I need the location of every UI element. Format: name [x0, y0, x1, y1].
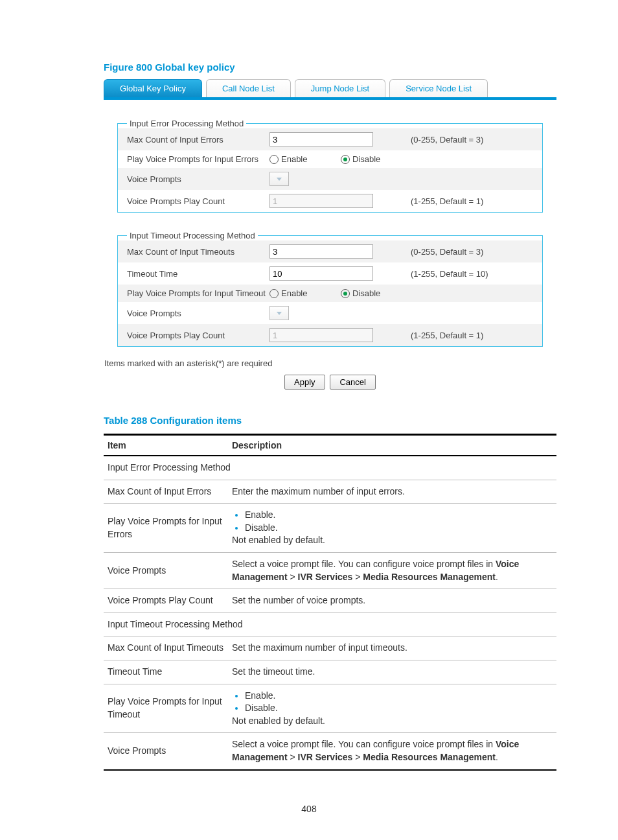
page-number: 408 — [0, 804, 618, 814]
tab-call-node-list[interactable]: Call Node List — [206, 79, 291, 97]
input-timeout-time[interactable] — [269, 266, 373, 281]
label-play-count-errors: Voice Prompts Play Count — [127, 196, 269, 206]
td-item: Play Voice Prompts for Input Errors — [104, 504, 228, 553]
bullet-enable: Enable. — [245, 509, 553, 522]
radio-label-enable: Enable — [281, 288, 307, 298]
radio-icon — [341, 289, 350, 298]
table-row: Voice Prompts Play Count Set the number … — [104, 589, 556, 613]
radio-icon — [269, 289, 279, 298]
td-desc: Enter the maximum number of input errors… — [228, 480, 556, 504]
hint-max-timeouts: (0-255, Default = 3) — [411, 247, 483, 257]
desc-tail: Not enabled by default. — [232, 715, 553, 728]
table-row: Voice Prompts Select a voice prompt file… — [104, 733, 556, 770]
td-item: Play Voice Prompts for Input Timeout — [104, 684, 228, 733]
radio-disable-errors[interactable]: Disable — [341, 154, 403, 164]
hint-play-count-timeout: (1-255, Default = 1) — [411, 331, 483, 340]
th-item: Item — [104, 435, 228, 456]
td-item: Voice Prompts — [104, 552, 228, 589]
label-voice-prompts-timeout: Voice Prompts — [127, 309, 269, 318]
legend-input-error: Input Error Processing Method — [127, 119, 246, 128]
table-section-header: Input Error Processing Method — [104, 456, 556, 480]
table-row: Voice Prompts Select a voice prompt file… — [104, 552, 556, 589]
chevron-down-icon — [277, 178, 282, 181]
bullet-disable: Disable. — [245, 702, 553, 715]
td-item: Max Count of Input Timeouts — [104, 636, 228, 660]
td-desc: Select a voice prompt file. You can conf… — [228, 552, 556, 589]
input-play-count-errors — [269, 194, 373, 208]
table-row: Play Voice Prompts for Input Timeout Ena… — [104, 684, 556, 733]
label-play-prompts-errors: Play Voice Prompts for Input Errors — [127, 154, 269, 164]
desc-tail: Not enabled by default. — [232, 534, 553, 547]
table-row: Max Count of Input Timeouts Set the maxi… — [104, 636, 556, 660]
th-description: Description — [228, 435, 556, 456]
td-item: Max Count of Input Errors — [104, 480, 228, 504]
dropdown-voice-prompts-errors[interactable] — [269, 172, 289, 186]
table-section-header: Input Timeout Processing Method — [104, 612, 556, 636]
input-play-count-timeout — [269, 328, 373, 342]
tab-global-key-policy[interactable]: Global Key Policy — [104, 79, 202, 97]
label-play-prompts-timeout: Play Voice Prompts for Input Timeout — [127, 288, 269, 298]
td-desc: Enable. Disable. Not enabled by default. — [228, 504, 556, 553]
td-desc: Set the number of voice prompts. — [228, 589, 556, 613]
required-note: Items marked with an asterisk(*) are req… — [104, 358, 556, 368]
td-desc: Enable. Disable. Not enabled by default. — [228, 684, 556, 733]
apply-button[interactable]: Apply — [284, 375, 325, 390]
label-timeout-time: Timeout Time — [127, 269, 269, 279]
td-desc: Select a voice prompt file. You can conf… — [228, 733, 556, 770]
bullet-disable: Disable. — [245, 522, 553, 535]
bullet-enable: Enable. — [245, 690, 553, 703]
td-item: Voice Prompts Play Count — [104, 589, 228, 613]
fieldset-input-timeout: Input Timeout Processing Method Max Coun… — [117, 231, 543, 347]
radio-icon — [269, 155, 279, 164]
dropdown-voice-prompts-timeout[interactable] — [269, 306, 289, 320]
input-max-timeouts[interactable] — [269, 244, 373, 259]
table-title: Table 288 Configuration items — [104, 415, 556, 426]
tab-bar: Global Key Policy Call Node List Jump No… — [104, 79, 556, 100]
radio-disable-timeout[interactable]: Disable — [341, 288, 403, 298]
hint-max-errors: (0-255, Default = 3) — [411, 135, 483, 145]
input-max-errors[interactable] — [269, 132, 373, 146]
radio-label-enable: Enable — [281, 154, 307, 164]
hint-play-count-errors: (1-255, Default = 1) — [411, 196, 483, 206]
label-max-timeouts: Max Count of Input Timeouts — [127, 247, 269, 257]
button-row: Apply Cancel — [104, 375, 556, 395]
hint-timeout-time: (1-255, Default = 10) — [411, 269, 488, 279]
cancel-button[interactable]: Cancel — [330, 375, 375, 390]
td-item: Timeout Time — [104, 660, 228, 684]
table-row: Timeout Time Set the timeout time. — [104, 660, 556, 684]
figure-title: Figure 800 Global key policy — [104, 62, 556, 73]
tab-service-node-list[interactable]: Service Node List — [389, 79, 488, 97]
tab-jump-node-list[interactable]: Jump Node List — [295, 79, 385, 97]
legend-input-timeout: Input Timeout Processing Method — [127, 231, 258, 240]
label-voice-prompts-errors: Voice Prompts — [127, 174, 269, 184]
radio-icon — [341, 155, 350, 164]
td-desc: Set the timeout time. — [228, 660, 556, 684]
td-desc: Set the maximum number of input timeouts… — [228, 636, 556, 660]
radio-enable-errors[interactable]: Enable — [269, 154, 332, 164]
radio-enable-timeout[interactable]: Enable — [269, 288, 332, 298]
radio-label-disable: Disable — [352, 154, 380, 164]
table-row: Max Count of Input Errors Enter the maxi… — [104, 480, 556, 504]
table-row: Play Voice Prompts for Input Errors Enab… — [104, 504, 556, 553]
fieldset-input-error: Input Error Processing Method Max Count … — [117, 119, 543, 213]
label-max-errors: Max Count of Input Errors — [127, 135, 269, 145]
td-item: Voice Prompts — [104, 733, 228, 770]
radio-label-disable: Disable — [352, 288, 380, 298]
config-table: Item Description Input Error Processing … — [104, 434, 556, 771]
label-play-count-timeout: Voice Prompts Play Count — [127, 331, 269, 340]
chevron-down-icon — [277, 312, 282, 315]
